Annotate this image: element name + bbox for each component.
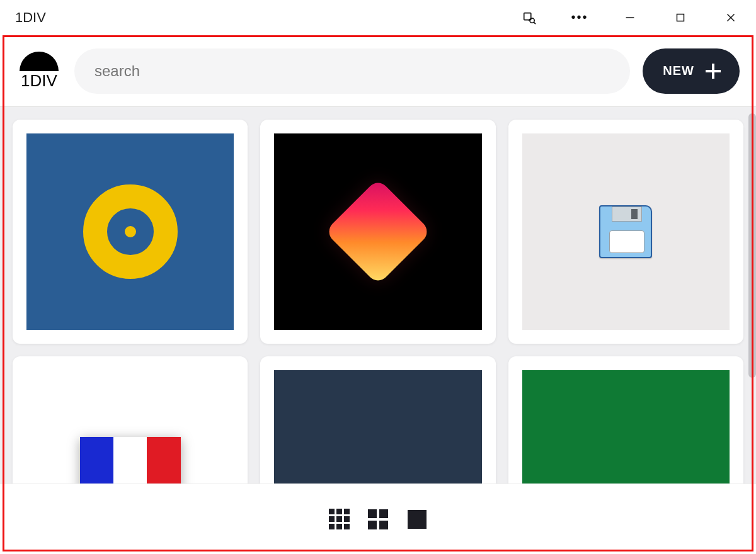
maximize-icon[interactable] — [655, 0, 706, 35]
new-button-label: NEW — [663, 64, 694, 78]
view-grid-small-icon[interactable] — [328, 509, 350, 530]
brand-mark-icon — [20, 52, 59, 71]
france-flag-icon — [80, 437, 181, 483]
devtools-icon[interactable] — [504, 0, 554, 35]
view-grid-large-icon[interactable] — [406, 509, 428, 530]
svg-rect-3 — [677, 14, 684, 21]
more-icon[interactable]: ••• — [554, 0, 605, 35]
new-button[interactable]: NEW — [643, 48, 740, 94]
tile-pitch[interactable] — [508, 356, 743, 483]
view-grid-medium-icon[interactable] — [367, 509, 389, 530]
bottom-bar — [0, 483, 756, 554]
workspace — [0, 107, 756, 483]
tiles-grid[interactable] — [0, 107, 756, 483]
tile-canvas — [274, 370, 481, 483]
dot-icon — [125, 226, 136, 237]
diamond-icon — [324, 178, 432, 285]
tile-ellipse[interactable] — [260, 356, 495, 483]
close-icon[interactable] — [706, 0, 756, 35]
window-titlebar: 1DIV ••• — [0, 0, 756, 35]
tile-canvas — [26, 370, 234, 483]
tile-canvas — [522, 370, 730, 483]
ring-icon — [83, 184, 178, 279]
floppy-icon — [599, 205, 652, 258]
window-title: 1DIV — [15, 9, 46, 26]
tile-canvas — [522, 133, 730, 330]
svg-point-1 — [530, 18, 534, 22]
scrollbar-thumb[interactable] — [748, 113, 756, 378]
tile-donut[interactable] — [13, 120, 248, 344]
search-input[interactable] — [74, 48, 630, 94]
tile-canvas — [274, 133, 481, 330]
brand-text: 1DIV — [21, 71, 57, 91]
tile-flag[interactable] — [13, 356, 248, 483]
tile-diamond[interactable] — [260, 120, 495, 344]
minimize-icon[interactable] — [605, 0, 655, 35]
tile-canvas — [26, 133, 234, 330]
app-header: 1DIV NEW — [0, 35, 756, 107]
plus-icon — [704, 62, 722, 80]
tile-floppy[interactable] — [508, 120, 743, 344]
brand-logo[interactable]: 1DIV — [16, 52, 62, 91]
